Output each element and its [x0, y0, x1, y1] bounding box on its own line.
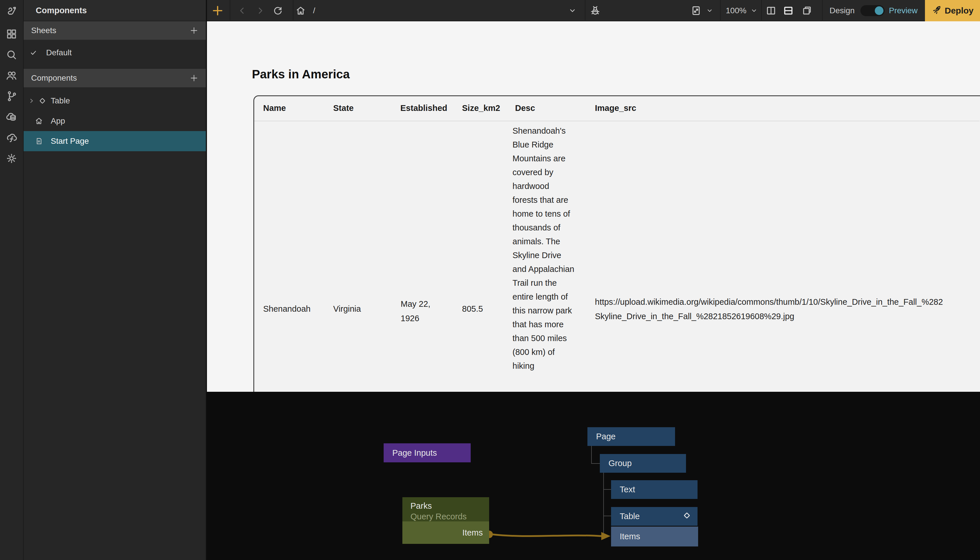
component-item-label: Start Page	[51, 137, 89, 146]
sheet-item-label: Default	[46, 48, 72, 57]
cell-image-src-line1: https://upload.wikimedia.org/wikipedia/c…	[595, 297, 980, 307]
add-node-button[interactable]	[211, 0, 224, 21]
port-label: Items	[620, 532, 640, 541]
nav-back-button[interactable]	[237, 0, 247, 21]
add-component-button[interactable]	[189, 73, 199, 83]
column-header-image-src: Image_src	[595, 103, 636, 113]
cell-image-src-line2: Skyline_Drive_in_the_Fall_%2821852619608…	[595, 312, 980, 321]
app-preview-canvas: Parks in America Name State Established …	[207, 21, 980, 392]
node-label: Table	[620, 512, 639, 521]
table-header-divider	[254, 121, 980, 121]
component-item-label: App	[51, 117, 65, 126]
sheet-item-default[interactable]: Default	[23, 43, 206, 63]
cell-desc: Shenandoah's Blue Ridge Mountains are co…	[513, 124, 576, 373]
column-header-desc: Desc	[515, 103, 535, 113]
node-label: Page	[596, 432, 616, 441]
home-route-button[interactable]	[295, 0, 306, 21]
cloud-data-icon[interactable]	[5, 110, 18, 124]
output-port-items[interactable]: Items	[402, 522, 489, 544]
debug-bug-icon[interactable]	[589, 0, 601, 21]
components-header-label: Components	[31, 73, 77, 83]
items-connection-edge	[207, 392, 980, 560]
parks-table	[253, 95, 980, 392]
refresh-icon[interactable]	[272, 0, 283, 21]
design-preview-toggle[interactable]	[860, 5, 885, 16]
page-icon	[34, 137, 44, 145]
sheets-section-header[interactable]: Sheets	[23, 21, 206, 40]
connector-group-children	[603, 473, 604, 536]
check-icon	[29, 49, 38, 57]
layout-split-vertical-icon[interactable]	[765, 0, 777, 21]
components-grid-icon[interactable]	[5, 27, 18, 41]
collaborators-users-icon[interactable]	[5, 68, 18, 82]
node-table-items-port[interactable]: Items	[611, 527, 698, 547]
port-label: Items	[462, 528, 483, 538]
deploy-label: Deploy	[945, 6, 973, 15]
cell-state: Virginia	[333, 304, 361, 314]
zoom-level[interactable]: 100%	[726, 0, 746, 21]
connector-page-group	[591, 446, 592, 464]
node-table[interactable]: Table	[611, 507, 698, 526]
cell-established: May 22, 1926	[401, 297, 442, 325]
node-subtitle: Query Records	[411, 511, 489, 522]
node-title: Parks	[411, 501, 489, 511]
chevron-right-icon[interactable]	[28, 97, 35, 105]
component-diamond-icon	[682, 510, 692, 522]
components-section-header[interactable]: Components	[23, 69, 206, 87]
search-icon[interactable]	[5, 48, 18, 62]
layout-windows-icon[interactable]	[801, 0, 813, 21]
home-icon	[34, 117, 44, 125]
zoom-chevron-icon[interactable]	[750, 0, 758, 21]
viewport-chevron-icon[interactable]	[706, 0, 714, 21]
connector-table-stub	[604, 516, 611, 516]
component-item-start-page[interactable]: Start Page	[23, 131, 206, 151]
preview-mode-label[interactable]: Preview	[889, 0, 918, 21]
deploy-button[interactable]: Deploy	[925, 0, 980, 21]
sheets-header-label: Sheets	[31, 26, 56, 35]
node-text[interactable]: Text	[611, 480, 698, 499]
connector-text-stub	[604, 489, 611, 490]
layout-split-horizontal-icon[interactable]	[783, 0, 794, 21]
node-page-inputs[interactable]: Page Inputs	[384, 443, 471, 462]
toolbar-dropdown-chevron[interactable]	[568, 0, 577, 21]
component-item-table[interactable]: Table	[23, 91, 206, 111]
node-label: Text	[620, 485, 635, 494]
column-header-state: State	[333, 103, 354, 113]
panel-title: Components	[23, 0, 206, 21]
node-parks-query-records[interactable]: Parks Query Records Items	[402, 497, 489, 544]
node-group[interactable]: Group	[600, 454, 686, 473]
column-header-established: Established	[401, 103, 447, 113]
cloud-functions-icon[interactable]	[5, 131, 18, 145]
noodl-editor: Components Sheets Default Components Tab…	[0, 0, 980, 560]
toggle-knob	[875, 6, 883, 15]
connector-page-group-stub	[591, 463, 600, 464]
noodl-logo-icon[interactable]	[5, 4, 18, 18]
column-header-size-km2: Size_km2	[462, 103, 500, 113]
add-sheet-button[interactable]	[189, 26, 199, 35]
viewport-size-icon[interactable]	[690, 0, 702, 21]
nav-forward-button[interactable]	[255, 0, 265, 21]
toolbar: / 100% Design Preview Deploy	[207, 0, 980, 21]
component-item-label: Table	[51, 96, 70, 105]
version-control-branch-icon[interactable]	[5, 89, 18, 103]
component-item-app[interactable]: App	[23, 111, 206, 131]
route-path[interactable]: /	[313, 0, 316, 21]
settings-gear-icon[interactable]	[5, 152, 18, 165]
page-title: Parks in America	[252, 67, 350, 81]
node-graph-editor[interactable]: Page Inputs Parks Query Records Items Pa…	[207, 392, 980, 560]
cell-name: Shenandoah	[263, 304, 311, 314]
cell-size-km2: 805.5	[462, 304, 483, 314]
components-panel: Components Sheets Default Components Tab…	[23, 0, 206, 560]
design-mode-label[interactable]: Design	[830, 0, 855, 21]
node-header: Parks Query Records	[402, 497, 489, 522]
component-diamond-icon	[37, 97, 47, 105]
node-label: Page Inputs	[392, 448, 437, 458]
icon-rail	[0, 0, 23, 560]
node-label: Group	[608, 458, 632, 468]
column-header-name: Name	[263, 103, 286, 113]
rocket-icon	[931, 5, 942, 16]
node-page[interactable]: Page	[588, 427, 675, 446]
